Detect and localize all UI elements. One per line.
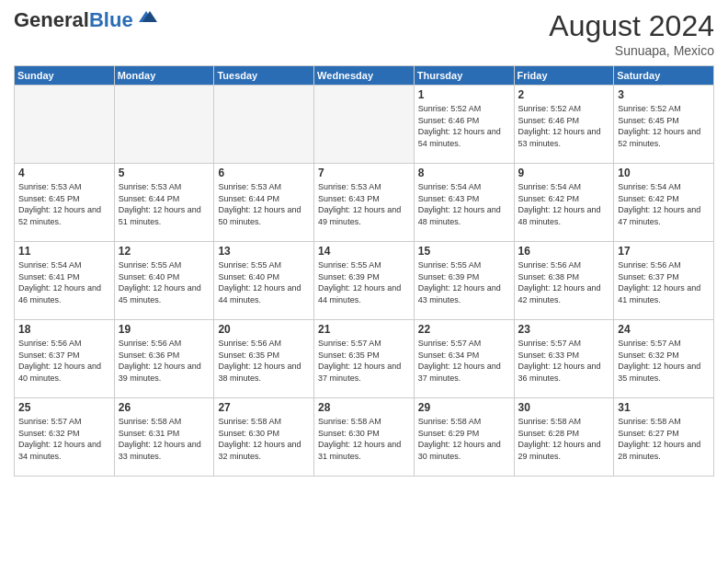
day-number: 24 <box>618 323 710 336</box>
day-cell: 29Sunrise: 5:58 AMSunset: 6:29 PMDayligh… <box>414 398 514 477</box>
day-cell: 16Sunrise: 5:56 AMSunset: 6:38 PMDayligh… <box>514 242 614 320</box>
day-cell: 19Sunrise: 5:56 AMSunset: 6:36 PMDayligh… <box>114 320 214 398</box>
day-info: Sunrise: 5:55 AMSunset: 6:40 PMDaylight:… <box>119 259 210 305</box>
header: GeneralBlue August 2024 Sunuapa, Mexico <box>14 9 714 58</box>
day-cell: 13Sunrise: 5:55 AMSunset: 6:40 PMDayligh… <box>214 242 314 320</box>
logo: GeneralBlue <box>14 9 157 31</box>
day-cell: 2Sunrise: 5:52 AMSunset: 6:46 PMDaylight… <box>514 86 614 164</box>
logo-icon <box>135 6 157 28</box>
day-info: Sunrise: 5:55 AMSunset: 6:39 PMDaylight:… <box>418 259 510 305</box>
day-info: Sunrise: 5:58 AMSunset: 6:30 PMDaylight:… <box>318 416 410 462</box>
day-number: 23 <box>518 323 610 336</box>
day-cell: 18Sunrise: 5:56 AMSunset: 6:37 PMDayligh… <box>15 320 115 398</box>
day-info: Sunrise: 5:58 AMSunset: 6:27 PMDaylight:… <box>618 416 710 462</box>
day-number: 8 <box>418 167 510 179</box>
day-cell: 22Sunrise: 5:57 AMSunset: 6:34 PMDayligh… <box>414 320 514 398</box>
day-number: 7 <box>318 167 410 179</box>
day-cell: 31Sunrise: 5:58 AMSunset: 6:27 PMDayligh… <box>614 398 714 477</box>
day-number: 17 <box>618 245 710 258</box>
col-header-tuesday: Tuesday <box>214 66 314 86</box>
day-number: 5 <box>119 167 210 179</box>
logo-blue-text: Blue <box>89 8 133 31</box>
day-number: 14 <box>318 245 410 258</box>
day-info: Sunrise: 5:56 AMSunset: 6:38 PMDaylight:… <box>518 259 610 305</box>
title-block: August 2024 Sunuapa, Mexico <box>549 9 714 58</box>
day-cell <box>114 86 214 164</box>
col-header-sunday: Sunday <box>15 66 115 86</box>
col-header-saturday: Saturday <box>614 66 714 86</box>
day-cell: 6Sunrise: 5:53 AMSunset: 6:44 PMDaylight… <box>214 164 314 242</box>
day-number: 28 <box>318 401 410 414</box>
location: Sunuapa, Mexico <box>549 43 714 58</box>
day-cell: 21Sunrise: 5:57 AMSunset: 6:35 PMDayligh… <box>314 320 415 398</box>
day-number: 4 <box>18 167 110 179</box>
day-cell <box>214 86 314 164</box>
week-row-5: 25Sunrise: 5:57 AMSunset: 6:32 PMDayligh… <box>15 398 714 477</box>
day-number: 11 <box>18 245 110 258</box>
day-number: 20 <box>218 323 310 336</box>
day-info: Sunrise: 5:58 AMSunset: 6:31 PMDaylight:… <box>119 416 210 462</box>
day-cell <box>314 86 415 164</box>
day-cell: 28Sunrise: 5:58 AMSunset: 6:30 PMDayligh… <box>314 398 415 477</box>
day-info: Sunrise: 5:56 AMSunset: 6:37 PMDaylight:… <box>18 338 110 384</box>
day-cell <box>15 86 115 164</box>
day-number: 18 <box>18 323 110 336</box>
day-cell: 7Sunrise: 5:53 AMSunset: 6:43 PMDaylight… <box>314 164 415 242</box>
day-cell: 3Sunrise: 5:52 AMSunset: 6:45 PMDaylight… <box>614 86 714 164</box>
day-info: Sunrise: 5:54 AMSunset: 6:42 PMDaylight:… <box>518 181 610 227</box>
day-number: 25 <box>18 401 110 414</box>
day-cell: 1Sunrise: 5:52 AMSunset: 6:46 PMDaylight… <box>414 86 514 164</box>
day-number: 29 <box>418 401 510 414</box>
day-info: Sunrise: 5:54 AMSunset: 6:42 PMDaylight:… <box>618 181 710 227</box>
day-number: 16 <box>518 245 610 258</box>
day-number: 3 <box>618 88 710 101</box>
day-number: 6 <box>218 167 310 179</box>
day-number: 22 <box>418 323 510 336</box>
day-info: Sunrise: 5:55 AMSunset: 6:39 PMDaylight:… <box>318 259 410 305</box>
day-number: 1 <box>418 88 510 101</box>
day-cell: 25Sunrise: 5:57 AMSunset: 6:32 PMDayligh… <box>15 398 115 477</box>
day-cell: 17Sunrise: 5:56 AMSunset: 6:37 PMDayligh… <box>614 242 714 320</box>
week-row-2: 4Sunrise: 5:53 AMSunset: 6:45 PMDaylight… <box>15 164 714 242</box>
day-cell: 11Sunrise: 5:54 AMSunset: 6:41 PMDayligh… <box>15 242 115 320</box>
day-info: Sunrise: 5:58 AMSunset: 6:28 PMDaylight:… <box>518 416 610 462</box>
day-cell: 15Sunrise: 5:55 AMSunset: 6:39 PMDayligh… <box>414 242 514 320</box>
col-header-monday: Monday <box>114 66 214 86</box>
day-info: Sunrise: 5:57 AMSunset: 6:32 PMDaylight:… <box>18 416 110 462</box>
day-info: Sunrise: 5:57 AMSunset: 6:35 PMDaylight:… <box>318 338 410 384</box>
day-cell: 12Sunrise: 5:55 AMSunset: 6:40 PMDayligh… <box>114 242 214 320</box>
day-info: Sunrise: 5:53 AMSunset: 6:45 PMDaylight:… <box>18 181 110 227</box>
day-cell: 30Sunrise: 5:58 AMSunset: 6:28 PMDayligh… <box>514 398 614 477</box>
day-number: 10 <box>618 167 710 179</box>
day-info: Sunrise: 5:56 AMSunset: 6:35 PMDaylight:… <box>218 338 310 384</box>
day-cell: 24Sunrise: 5:57 AMSunset: 6:32 PMDayligh… <box>614 320 714 398</box>
week-row-3: 11Sunrise: 5:54 AMSunset: 6:41 PMDayligh… <box>15 242 714 320</box>
col-header-thursday: Thursday <box>414 66 514 86</box>
day-info: Sunrise: 5:57 AMSunset: 6:32 PMDaylight:… <box>618 338 710 384</box>
col-header-wednesday: Wednesday <box>314 66 415 86</box>
day-number: 26 <box>119 401 210 414</box>
day-number: 21 <box>318 323 410 336</box>
day-number: 19 <box>119 323 210 336</box>
day-info: Sunrise: 5:52 AMSunset: 6:46 PMDaylight:… <box>418 103 510 149</box>
day-number: 30 <box>518 401 610 414</box>
day-info: Sunrise: 5:58 AMSunset: 6:30 PMDaylight:… <box>218 416 310 462</box>
day-info: Sunrise: 5:53 AMSunset: 6:44 PMDaylight:… <box>119 181 210 227</box>
day-info: Sunrise: 5:52 AMSunset: 6:46 PMDaylight:… <box>518 103 610 149</box>
day-info: Sunrise: 5:52 AMSunset: 6:45 PMDaylight:… <box>618 103 710 149</box>
day-cell: 9Sunrise: 5:54 AMSunset: 6:42 PMDaylight… <box>514 164 614 242</box>
day-cell: 4Sunrise: 5:53 AMSunset: 6:45 PMDaylight… <box>15 164 115 242</box>
day-info: Sunrise: 5:55 AMSunset: 6:40 PMDaylight:… <box>218 259 310 305</box>
day-number: 31 <box>618 401 710 414</box>
day-info: Sunrise: 5:57 AMSunset: 6:34 PMDaylight:… <box>418 338 510 384</box>
day-info: Sunrise: 5:57 AMSunset: 6:33 PMDaylight:… <box>518 338 610 384</box>
day-number: 9 <box>518 167 610 179</box>
day-cell: 10Sunrise: 5:54 AMSunset: 6:42 PMDayligh… <box>614 164 714 242</box>
day-number: 13 <box>218 245 310 258</box>
day-number: 27 <box>218 401 310 414</box>
day-info: Sunrise: 5:54 AMSunset: 6:43 PMDaylight:… <box>418 181 510 227</box>
day-number: 12 <box>119 245 210 258</box>
day-info: Sunrise: 5:53 AMSunset: 6:43 PMDaylight:… <box>318 181 410 227</box>
day-number: 2 <box>518 88 610 101</box>
header-row: SundayMondayTuesdayWednesdayThursdayFrid… <box>15 66 714 86</box>
